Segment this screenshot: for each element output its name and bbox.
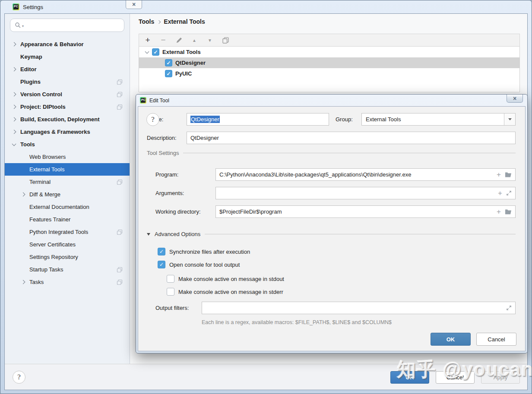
expand-field-icon[interactable] — [506, 305, 512, 311]
per-project-settings-icon — [117, 179, 123, 185]
dropdown-arrow-icon — [508, 118, 512, 120]
sidebar-item-features-trainer[interactable]: Features Trainer — [5, 213, 130, 226]
sidebar-item-project-diptools[interactable]: Project: DIPtools — [5, 101, 130, 113]
chevron-right-icon — [12, 130, 16, 134]
window-close-button[interactable]: × — [126, 0, 142, 9]
checkbox-sync-files[interactable]: ✓ — [158, 248, 165, 255]
chevron-right-icon — [21, 280, 25, 284]
sidebar-item-terminal[interactable]: Terminal — [5, 176, 130, 188]
sidebar-item-settings-repository[interactable]: Settings Repository — [5, 251, 130, 263]
output-filters-label: Output filters: — [155, 302, 189, 314]
sidebar-item-web-browsers[interactable]: Web Browsers — [5, 151, 130, 163]
working-directory-input[interactable]: $ProjectFileDir$\program + — [215, 205, 516, 218]
dialog-cancel-button[interactable]: Cancel — [476, 333, 516, 346]
sidebar-item-label: Features Trainer — [29, 216, 70, 223]
checkbox-open-console[interactable]: ✓ — [158, 261, 165, 268]
per-project-settings-icon — [117, 91, 123, 98]
titlebar[interactable]: Settings — [0, 0, 532, 13]
sync-files-checkbox-row[interactable]: ✓ Synchronize files after execution — [158, 247, 250, 256]
advanced-options-title: Advanced Options — [155, 231, 200, 237]
stdout-checkbox-row[interactable]: ✓ Make console active on message in stdo… — [167, 274, 284, 284]
checkbox-label: Open console for tool output — [169, 262, 240, 268]
sidebar-item-label: External Tools — [29, 166, 64, 173]
sidebar-item-server-certificates[interactable]: Server Certificates — [5, 238, 130, 251]
tree-row-external-tools[interactable]: ✓ External Tools — [139, 47, 519, 57]
tree-row-qtdesigner[interactable]: ✓ QtDesigner — [139, 57, 519, 68]
per-project-settings-icon — [117, 104, 123, 110]
program-input[interactable]: C:\Python\Anaconda3\Lib\site-packages\qt… — [215, 168, 516, 181]
advanced-options-section[interactable]: Advanced Options — [147, 231, 516, 237]
checkbox-label: Make console active on message in stdout — [178, 276, 284, 282]
search-input[interactable]: ▾ — [10, 19, 124, 32]
sidebar-item-version-control[interactable]: Version Control — [5, 88, 130, 101]
tool-settings-section: Tool Settings — [147, 150, 516, 156]
stderr-checkbox-row[interactable]: ✓ Make console active on message in stde… — [167, 287, 283, 296]
tree-item-label: PyUIC — [175, 70, 192, 77]
sidebar-item-label: Languages & Frameworks — [20, 129, 90, 135]
sidebar-item-plugins[interactable]: Plugins — [5, 76, 130, 88]
checkbox-external-tools[interactable]: ✓ — [152, 48, 159, 56]
tool-settings-title: Tool Settings — [147, 150, 179, 156]
sidebar-item-startup-tasks[interactable]: Startup Tasks — [5, 263, 130, 276]
sidebar-item-external-tools[interactable]: External Tools — [5, 163, 130, 176]
arguments-label: Arguments: — [155, 187, 184, 199]
dialog-close-button[interactable]: × — [507, 95, 523, 103]
output-filters-input[interactable] — [202, 302, 516, 314]
insert-macro-icon[interactable]: + — [497, 172, 501, 177]
move-up-button[interactable]: ▲ — [191, 37, 198, 44]
group-dropdown-button[interactable] — [504, 113, 515, 125]
search-icon — [15, 22, 21, 28]
sidebar-item-languages-frameworks[interactable]: Languages & Frameworks — [5, 126, 130, 138]
sidebar-item-label: Plugins — [20, 79, 41, 85]
edit-tool-button[interactable] — [175, 37, 182, 44]
move-down-button[interactable]: ▼ — [206, 37, 213, 44]
program-label: Program: — [155, 168, 178, 181]
tree-row-pyuic[interactable]: ✓ PyUIC — [139, 68, 519, 79]
sidebar-item-label: Version Control — [20, 91, 62, 98]
dialog-ok-button[interactable]: OK — [431, 333, 471, 346]
sidebar-item-build-execution-deployment[interactable]: Build, Execution, Deployment — [5, 113, 130, 126]
remove-tool-button[interactable]: − — [160, 37, 167, 44]
description-value: QtDesigner — [190, 135, 219, 141]
arguments-input[interactable]: + — [215, 187, 516, 199]
checkbox-qtdesigner[interactable]: ✓ — [165, 59, 172, 66]
sidebar-item-appearance-behavior[interactable]: Appearance & Behavior — [5, 38, 130, 50]
sidebar-item-python-integrated-tools[interactable]: Python Integrated Tools — [5, 226, 130, 238]
add-tool-button[interactable]: + — [144, 37, 151, 44]
help-button[interactable]: ? — [13, 371, 25, 384]
working-directory-value: $ProjectFileDir$\program — [219, 208, 282, 215]
settings-sidebar: ▾ Appearance & Behavior Keymap Editor Pl… — [5, 14, 130, 364]
checkbox-stdout[interactable]: ✓ — [167, 275, 174, 283]
sidebar-item-label: Terminal — [29, 179, 51, 185]
open-console-checkbox-row[interactable]: ✓ Open console for tool output — [158, 260, 240, 269]
sidebar-item-external-documentation[interactable]: External Documentation — [5, 201, 130, 213]
breadcrumb-tools[interactable]: Tools — [139, 18, 154, 25]
browse-folder-icon[interactable] — [505, 209, 512, 214]
copy-tool-button[interactable] — [222, 37, 229, 44]
sidebar-item-diff-merge[interactable]: Diff & Merge — [5, 188, 130, 201]
checkbox-pyuic[interactable]: ✓ — [165, 70, 172, 77]
group-value: External Tools — [362, 116, 504, 123]
tree-item-label: QtDesigner — [175, 60, 206, 66]
section-divider — [183, 153, 516, 153]
description-input[interactable]: QtDesigner — [187, 132, 516, 144]
insert-macro-icon[interactable]: + — [498, 191, 502, 196]
sidebar-item-editor[interactable]: Editor — [5, 63, 130, 76]
expand-field-icon[interactable] — [506, 190, 512, 196]
sidebar-item-keymap[interactable]: Keymap — [5, 50, 130, 63]
group-select[interactable]: External Tools — [361, 113, 516, 126]
checkbox-stderr[interactable]: ✓ — [167, 288, 174, 296]
program-value: C:\Python\Anaconda3\Lib\site-packages\qt… — [219, 171, 411, 178]
name-input[interactable]: QtDesigner — [187, 113, 329, 126]
browse-folder-icon[interactable] — [505, 172, 512, 177]
breadcrumb-external-tools: External Tools — [164, 18, 205, 25]
sidebar-item-tasks[interactable]: Tasks — [5, 276, 130, 288]
working-directory-label: Working directory: — [155, 205, 201, 218]
dialog-help-button[interactable]: ? — [146, 113, 159, 126]
sidebar-item-tools[interactable]: Tools — [5, 138, 130, 151]
sidebar-item-label: Startup Tasks — [29, 266, 63, 273]
pycharm-app-icon — [140, 97, 146, 104]
insert-macro-icon[interactable]: + — [497, 209, 501, 214]
checkbox-label: Make console active on message in stderr — [178, 289, 283, 295]
edit-tool-titlebar[interactable]: Edit Tool — [136, 95, 527, 106]
